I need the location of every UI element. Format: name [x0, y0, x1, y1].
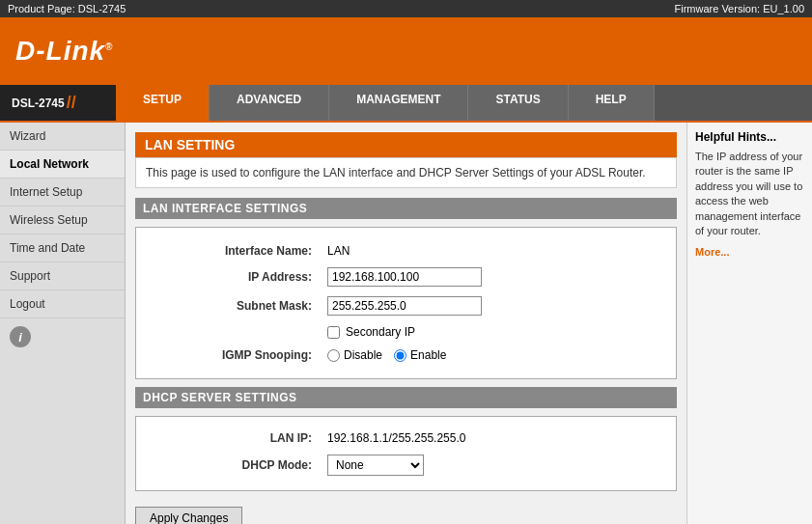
lan-ip-value: 192.168.1.1/255.255.255.0 — [320, 427, 666, 450]
secondary-ip-checkbox[interactable] — [327, 326, 340, 339]
interface-name-value: LAN — [320, 239, 666, 262]
help-text: The IP address of your router is the sam… — [695, 150, 804, 238]
logo: D-Link® — [15, 36, 113, 67]
secondary-ip-label: Secondary IP — [346, 325, 415, 339]
subnet-mask-cell — [320, 291, 666, 320]
lan-setting-title: LAN SETTING — [135, 132, 677, 157]
dhcp-mode-label: DHCP Mode: — [146, 450, 320, 481]
header: D-Link® — [0, 17, 812, 85]
sidebar-item-wizard[interactable]: Wizard — [0, 123, 125, 151]
lan-interface-title: LAN INTERFACE SETTINGS — [135, 198, 677, 219]
help-panel: Helpful Hints... The IP address of your … — [686, 123, 812, 524]
tab-help[interactable]: HELP — [569, 85, 655, 121]
secondary-ip-cell: Secondary IP — [320, 320, 666, 344]
interface-name-row: Interface Name: LAN — [146, 239, 666, 262]
lan-interface-box: Interface Name: LAN IP Address: Subnet M… — [135, 227, 677, 379]
secondary-ip-label-empty — [146, 320, 320, 344]
ip-address-label: IP Address: — [146, 262, 320, 291]
tab-setup[interactable]: SETUP — [116, 85, 210, 121]
subnet-mask-row: Subnet Mask: — [146, 291, 666, 320]
ip-address-input[interactable] — [327, 267, 482, 287]
lan-ip-row: LAN IP: 192.168.1.1/255.255.255.0 — [146, 427, 666, 450]
igmp-enable-radio[interactable] — [394, 349, 406, 362]
dhcp-mode-row: DHCP Mode: None DHCP Server DHCP Relay — [146, 450, 666, 481]
apply-changes-button[interactable]: Apply Changes — [135, 507, 242, 524]
nav-tabs: DSL-2745 // SETUP ADVANCED MANAGEMENT ST… — [0, 85, 812, 123]
igmp-enable-label: Enable — [410, 348, 446, 362]
igmp-label: IGMP Snooping: — [146, 344, 320, 367]
info-icon[interactable]: i — [10, 326, 31, 347]
device-label: DSL-2745 // — [0, 85, 116, 121]
top-bar: Product Page: DSL-2745 Firmware Version:… — [0, 0, 812, 17]
igmp-cell: Disable Enable — [320, 344, 666, 367]
ip-address-row: IP Address: — [146, 262, 666, 291]
sidebar-item-internet-setup[interactable]: Internet Setup — [0, 179, 125, 207]
subnet-mask-input[interactable] — [327, 296, 482, 316]
sidebar: Wizard Local Network Internet Setup Wire… — [0, 123, 126, 524]
ip-address-cell — [320, 262, 666, 291]
dhcp-server-box: LAN IP: 192.168.1.1/255.255.255.0 DHCP M… — [135, 416, 677, 491]
lan-ip-label: LAN IP: — [146, 427, 320, 450]
dhcp-mode-select[interactable]: None DHCP Server DHCP Relay — [327, 455, 424, 476]
main-layout: Wizard Local Network Internet Setup Wire… — [0, 123, 812, 524]
more-link[interactable]: More... — [695, 246, 804, 258]
sidebar-item-time-date[interactable]: Time and Date — [0, 234, 125, 262]
igmp-row: IGMP Snooping: Disable Enable — [146, 344, 666, 367]
logo-tm: ® — [105, 41, 113, 52]
content-area: LAN SETTING This page is used to configu… — [126, 123, 686, 524]
sidebar-item-support[interactable]: Support — [0, 262, 125, 290]
tab-status[interactable]: STATUS — [468, 85, 568, 121]
interface-name-label: Interface Name: — [146, 239, 320, 262]
sidebar-item-logout[interactable]: Logout — [0, 290, 125, 318]
lan-interface-table: Interface Name: LAN IP Address: Subnet M… — [146, 239, 666, 367]
igmp-disable-label: Disable — [344, 348, 382, 362]
logo-text: D-Link — [15, 36, 105, 66]
lan-setting-desc: This page is used to configure the LAN i… — [135, 157, 677, 188]
secondary-ip-row: Secondary IP — [146, 320, 666, 344]
sidebar-info: i — [0, 318, 125, 355]
tab-advanced[interactable]: ADVANCED — [210, 85, 329, 121]
tab-management[interactable]: MANAGEMENT — [329, 85, 468, 121]
igmp-radio-group: Disable Enable — [327, 348, 658, 362]
subnet-mask-label: Subnet Mask: — [146, 291, 320, 320]
slash-icon: // — [67, 93, 76, 113]
help-title: Helpful Hints... — [695, 130, 804, 144]
sidebar-item-local-network[interactable]: Local Network — [0, 151, 125, 179]
igmp-disable-radio[interactable] — [327, 349, 340, 362]
firmware-label: Firmware Version: EU_1.00 — [675, 3, 805, 14]
dhcp-server-title: DHCP SERVER SETTINGS — [135, 387, 677, 408]
sidebar-item-wireless-setup[interactable]: Wireless Setup — [0, 207, 125, 234]
product-label: Product Page: DSL-2745 — [8, 3, 126, 14]
dhcp-table: LAN IP: 192.168.1.1/255.255.255.0 DHCP M… — [146, 427, 666, 481]
dhcp-mode-cell: None DHCP Server DHCP Relay — [320, 450, 666, 481]
